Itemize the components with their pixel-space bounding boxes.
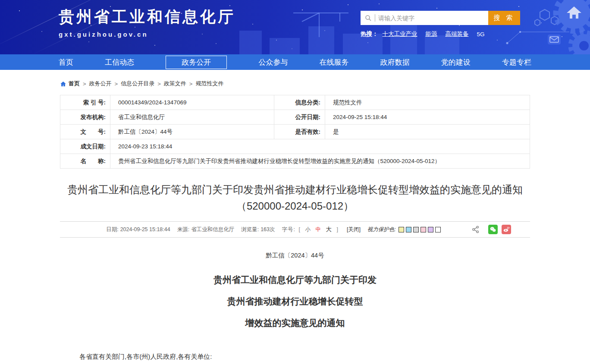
hot-search-bar: 热搜： 十大工业产业 能源 高端装备 5G	[361, 30, 520, 38]
article-title-line: 增效益的实施意见的通知	[79, 312, 511, 334]
breadcrumb-item-current: 规范性文件	[195, 80, 223, 88]
article-paragraph: 各省直有关部门,各市(州)人民政府,各有关单位:	[79, 350, 511, 363]
nav-item-party-building[interactable]: 党的建设	[441, 57, 471, 67]
site-url: gxt.guizhou.gov.cn	[59, 31, 235, 38]
eyecare-color-picker: 视力保护色:	[367, 226, 442, 233]
meta-source: 来源:省工业和信息化厅	[177, 226, 234, 233]
info-value-doc-number: 黔工信〔2024〕44号	[110, 125, 274, 139]
hot-search-link[interactable]: 能源	[426, 30, 437, 38]
hot-search-link[interactable]: 5G	[477, 31, 485, 38]
font-size-medium[interactable]: 中	[315, 226, 321, 232]
search-input-container	[361, 11, 488, 25]
article-body: 黔工信〔2024〕44号 贵州省工业和信息化厅等九部门关于印发 贵州省推动建材行…	[60, 251, 530, 364]
share-toolbar	[471, 225, 511, 234]
eyecare-swatch-gray[interactable]	[413, 227, 419, 232]
info-value-publish-date: 2024-09-25 15:18:44	[325, 110, 530, 125]
nav-item-news[interactable]: 工信动态	[105, 57, 134, 67]
nav-item-home[interactable]: 首页	[59, 57, 73, 67]
table-row: 名 称: 贵州省工业和信息化厅等九部门关于印发贵州省推动建材行业稳增长促转型增效…	[60, 154, 530, 169]
breadcrumb-item[interactable]: 信息公开目录	[121, 80, 154, 88]
font-size-large[interactable]: 大	[326, 226, 332, 232]
breadcrumb-separator: >	[157, 81, 161, 87]
main-navigation: 首页 工信动态 政务公开 公众参与 在线服务 政府数据 党的建设 专题专栏	[0, 54, 590, 70]
info-value-issuer: 省工业和信息化厅	[110, 110, 274, 125]
nav-item-gov-data[interactable]: 政府数据	[380, 57, 410, 67]
breadcrumb-item[interactable]: 政务公开	[89, 80, 112, 88]
nav-item-special-columns[interactable]: 专题专栏	[502, 57, 531, 67]
info-label: 名 称:	[60, 154, 110, 169]
hot-search-label: 热搜：	[361, 30, 378, 38]
close-button[interactable]: [关闭]	[347, 226, 361, 233]
article-title: 贵州省工业和信息化厅等九部门关于印发 贵州省推动建材行业稳增长促转型 增效益的实…	[79, 269, 511, 334]
table-row: 成文日期: 2024-09-23 15:18:44	[60, 139, 530, 154]
breadcrumb-separator: >	[115, 81, 118, 87]
info-value-written-date: 2024-09-23 15:18:44	[110, 139, 530, 154]
search-input[interactable]	[378, 15, 486, 22]
eyecare-swatch-pink[interactable]	[421, 227, 426, 232]
article-title-line: 贵州省工业和信息化厅等九部门关于印发	[79, 269, 511, 291]
hot-search-link[interactable]: 十大工业产业	[383, 30, 417, 38]
document-info-table: 索 引 号: 000014349/2024-1347069 信息分类: 规范性文…	[60, 95, 530, 169]
home-icon	[60, 81, 66, 87]
site-banner: 贵州省工业和信息化厅 gxt.guizhou.gov.cn 搜 索 热搜： 十大…	[0, 0, 590, 54]
table-row: 发布机构: 省工业和信息化厅 公开日期: 2024-09-25 15:18:44	[60, 110, 530, 125]
meta-date: 日期:2024-09-25 15:18:44	[106, 226, 170, 233]
info-label: 信息分类:	[274, 95, 325, 110]
breadcrumb-separator: >	[189, 81, 193, 87]
share-icon[interactable]	[471, 225, 480, 234]
info-label: 公开日期:	[274, 110, 325, 125]
eyecare-label: 视力保护色:	[367, 226, 396, 233]
info-label: 成文日期:	[60, 139, 110, 154]
info-value-valid: 是	[325, 125, 530, 139]
site-title: 贵州省工业和信息化厅	[59, 6, 235, 28]
breadcrumb: 首页 > 政务公开 > 信息公开目录 > 政策文件 > 规范性文件	[60, 80, 530, 88]
nav-item-participation[interactable]: 公众参与	[258, 57, 288, 67]
breadcrumb-item-home[interactable]: 首页	[69, 80, 80, 88]
eyecare-swatch-blue[interactable]	[406, 227, 411, 232]
table-row: 索 引 号: 000014349/2024-1347069 信息分类: 规范性文…	[60, 95, 530, 110]
input-divider	[375, 14, 375, 22]
document-number: 黔工信〔2024〕44号	[79, 251, 511, 260]
gear-icon	[571, 32, 590, 54]
meta-views: 浏览量:163次	[241, 226, 275, 233]
info-value-index-number: 000014349/2024-1347069	[110, 95, 274, 110]
info-label: 发布机构:	[60, 110, 110, 125]
eyecare-swatch-white[interactable]	[435, 227, 441, 232]
info-label: 索 引 号:	[60, 95, 110, 110]
nav-item-online-service[interactable]: 在线服务	[320, 57, 349, 67]
envelope-icon	[548, 35, 561, 44]
font-size-control: 字号: [ 小 中 大 ]	[282, 226, 340, 233]
site-logo[interactable]: 贵州省工业和信息化厅 gxt.guizhou.gov.cn	[59, 6, 235, 38]
nav-item-gov-affairs[interactable]: 政务公开	[166, 56, 227, 69]
info-label: 文 号:	[60, 125, 110, 139]
info-label: 是否有效:	[274, 125, 325, 139]
breadcrumb-separator: >	[83, 81, 86, 87]
page-title: 贵州省工业和信息化厅等九部门关于印发贵州省推动建材行业稳增长促转型增效益的实施意…	[64, 182, 526, 214]
gear-home-icon	[556, 0, 590, 31]
table-row: 文 号: 黔工信〔2024〕44号 是否有效: 是	[60, 125, 530, 139]
star-field-decoration	[0, 0, 1, 1]
search-icon	[364, 14, 372, 22]
article-meta-bar: 日期:2024-09-25 15:18:44 来源:省工业和信息化厅 浏览量:1…	[60, 221, 530, 238]
search-area: 搜 索 热搜： 十大工业产业 能源 高端装备 5G	[361, 11, 520, 38]
font-size-small[interactable]: 小	[305, 226, 311, 232]
eyecare-swatch-yellow[interactable]	[399, 227, 404, 232]
search-button[interactable]: 搜 索	[488, 11, 520, 25]
breadcrumb-item[interactable]: 政策文件	[164, 80, 186, 88]
info-value-category: 规范性文件	[325, 95, 530, 110]
eyecare-swatch-purple[interactable]	[428, 227, 433, 232]
info-value-title: 贵州省工业和信息化厅等九部门关于印发贵州省推动建材行业稳增长促转型增效益的实施意…	[110, 154, 530, 169]
hot-search-link[interactable]: 高端装备	[446, 30, 469, 38]
wechat-share-icon[interactable]	[488, 225, 498, 234]
article-title-line: 贵州省推动建材行业稳增长促转型	[79, 291, 511, 312]
weibo-share-icon[interactable]	[502, 225, 511, 234]
